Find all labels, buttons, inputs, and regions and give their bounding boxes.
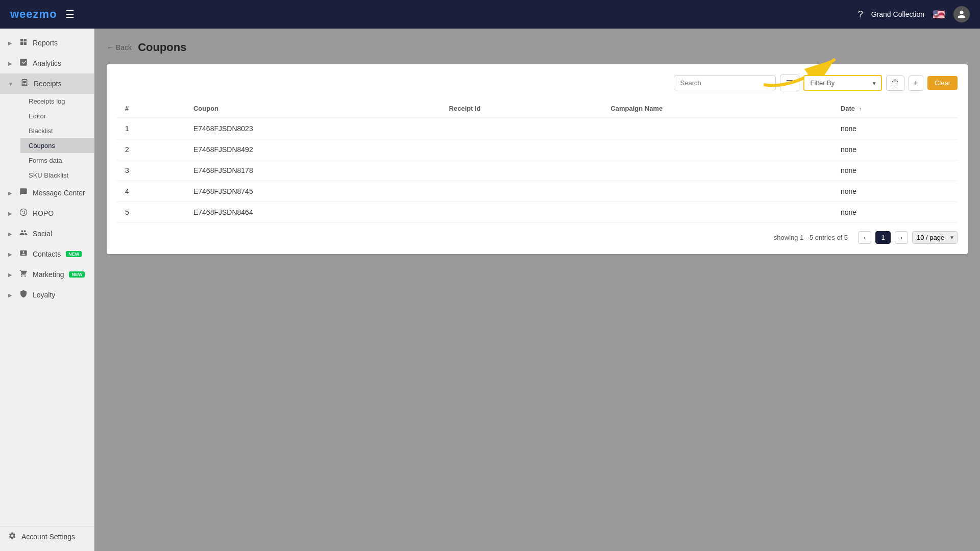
back-button[interactable]: ← Back bbox=[107, 43, 132, 52]
cell-campaign-name bbox=[602, 202, 832, 223]
sidebar-item-forms-data[interactable]: Forms data bbox=[20, 153, 94, 168]
topbar: weezmo ☰ ? Grand Collection 🇺🇸 bbox=[0, 0, 980, 29]
next-page-button[interactable]: › bbox=[895, 231, 908, 244]
filter-by-select[interactable]: Filter By Coupon Receipt Id Campaign Nam… bbox=[804, 76, 881, 90]
sidebar-item-contacts[interactable]: ▶ Contacts NEW bbox=[0, 244, 94, 264]
prev-page-button[interactable]: ‹ bbox=[858, 231, 871, 244]
per-page-select[interactable]: 10 / page 25 / page 50 / page bbox=[912, 231, 958, 244]
col-header-coupon[interactable]: Coupon bbox=[185, 99, 441, 118]
message-center-icon bbox=[19, 188, 28, 198]
table-row: 4 E7468FJSDN8745 none bbox=[117, 181, 958, 202]
receipts-label: Receipts bbox=[34, 80, 61, 88]
receipts-submenu: Receipts log Editor Blacklist Coupons Fo… bbox=[0, 94, 94, 183]
contacts-label: Contacts bbox=[33, 250, 61, 258]
cell-receipt-id bbox=[441, 181, 603, 202]
pagination-info: showing 1 - 5 entries of 5 bbox=[774, 234, 848, 241]
cell-receipt-id bbox=[441, 202, 603, 223]
sidebar-item-editor[interactable]: Editor bbox=[20, 109, 94, 123]
content-area: ← Back Coupons bbox=[94, 29, 980, 551]
receipts-icon bbox=[20, 79, 29, 89]
sidebar-item-sku-blacklist[interactable]: SKU Blacklist bbox=[20, 168, 94, 183]
cell-num: 3 bbox=[117, 160, 185, 181]
table-body: 1 E7468FJSDN8023 none 2 E7468FJSDN8492 n… bbox=[117, 118, 958, 223]
col-header-campaign-name[interactable]: Campaign Name bbox=[602, 99, 832, 118]
user-avatar[interactable] bbox=[953, 6, 970, 22]
sidebar-item-message-center[interactable]: ▶ Message Center bbox=[0, 183, 94, 203]
sidebar-item-analytics[interactable]: ▶ Analytics bbox=[0, 53, 94, 73]
cell-campaign-name bbox=[602, 160, 832, 181]
cell-num: 4 bbox=[117, 181, 185, 202]
help-icon[interactable]: ? bbox=[858, 9, 863, 20]
svg-point-1 bbox=[20, 209, 27, 215]
per-page-wrapper: 10 / page 25 / page 50 / page ▼ bbox=[912, 231, 958, 244]
contacts-arrow: ▶ bbox=[8, 252, 12, 257]
main-layout: ▶ Reports ▶ Analytics ▼ Receipts Recei bbox=[0, 29, 980, 551]
cell-num: 2 bbox=[117, 139, 185, 160]
col-header-date[interactable]: Date ↑ bbox=[832, 99, 958, 118]
cell-coupon: E7468FJSDN8178 bbox=[185, 160, 441, 181]
reports-arrow: ▶ bbox=[8, 40, 12, 46]
back-label: Back bbox=[116, 43, 132, 52]
flag-icon: 🇺🇸 bbox=[933, 8, 945, 20]
brand-name: Grand Collection bbox=[871, 10, 924, 18]
cell-date: none bbox=[832, 181, 958, 202]
current-page-button[interactable]: 1 bbox=[875, 231, 890, 244]
search-input[interactable] bbox=[674, 76, 776, 90]
social-icon bbox=[19, 229, 28, 239]
table-header: # Coupon Receipt Id Campaign Name Date bbox=[117, 99, 958, 118]
table-row: 2 E7468FJSDN8492 none bbox=[117, 139, 958, 160]
page-header: ← Back Coupons bbox=[107, 41, 968, 54]
cell-date: none bbox=[832, 202, 958, 223]
add-button[interactable]: + bbox=[909, 76, 923, 91]
social-label: Social bbox=[33, 230, 52, 238]
logo: weezmo bbox=[10, 8, 57, 21]
analytics-label: Analytics bbox=[33, 59, 61, 67]
sidebar-spacer bbox=[0, 305, 94, 526]
cell-campaign-name bbox=[602, 118, 832, 139]
page-title: Coupons bbox=[138, 41, 186, 54]
loyalty-icon bbox=[19, 290, 28, 300]
hamburger-icon[interactable]: ☰ bbox=[65, 8, 75, 20]
cell-campaign-name bbox=[602, 139, 832, 160]
clear-button[interactable]: Clear bbox=[927, 76, 958, 90]
social-arrow: ▶ bbox=[8, 231, 12, 237]
contacts-badge: NEW bbox=[66, 251, 82, 257]
cell-campaign-name bbox=[602, 181, 832, 202]
coupons-table: # Coupon Receipt Id Campaign Name Date bbox=[117, 99, 958, 223]
cell-receipt-id bbox=[441, 139, 603, 160]
reports-icon bbox=[19, 38, 28, 48]
sidebar-item-account-settings[interactable]: Account Settings bbox=[0, 526, 94, 547]
analytics-icon bbox=[19, 58, 28, 68]
date-sort-icon: ↑ bbox=[859, 106, 862, 112]
sidebar-item-reports[interactable]: ▶ Reports bbox=[0, 33, 94, 53]
loyalty-label: Loyalty bbox=[33, 291, 55, 299]
sidebar-item-social[interactable]: ▶ Social bbox=[0, 223, 94, 244]
sidebar-item-blacklist[interactable]: Blacklist bbox=[20, 123, 94, 138]
account-settings-icon bbox=[8, 532, 16, 542]
table-row: 5 E7468FJSDN8464 none bbox=[117, 202, 958, 223]
loyalty-arrow: ▶ bbox=[8, 292, 12, 298]
delete-button[interactable]: 🗑 bbox=[886, 76, 904, 91]
sidebar-item-marketing[interactable]: ▶ Marketing NEW bbox=[0, 264, 94, 285]
cell-num: 5 bbox=[117, 202, 185, 223]
table-row: 3 E7468FJSDN8178 none bbox=[117, 160, 958, 181]
contacts-icon bbox=[19, 249, 28, 259]
sidebar-item-receipts-log[interactable]: Receipts log bbox=[20, 94, 94, 109]
reports-label: Reports bbox=[33, 39, 58, 47]
filter-columns-button[interactable] bbox=[780, 74, 799, 91]
sidebar-item-receipts[interactable]: ▼ Receipts bbox=[0, 73, 94, 94]
col-header-receipt-id[interactable]: Receipt Id bbox=[441, 99, 603, 118]
sidebar-item-coupons[interactable]: Coupons bbox=[20, 138, 94, 153]
cell-date: none bbox=[832, 139, 958, 160]
ropo-icon bbox=[19, 208, 28, 218]
cell-date: none bbox=[832, 118, 958, 139]
filter-by-wrapper: Filter By Coupon Receipt Id Campaign Nam… bbox=[803, 75, 882, 91]
message-center-arrow: ▶ bbox=[8, 190, 12, 196]
account-settings-label: Account Settings bbox=[21, 533, 75, 541]
topbar-right: ? Grand Collection 🇺🇸 bbox=[858, 6, 970, 22]
sidebar-item-ropo[interactable]: ▶ ROPO bbox=[0, 203, 94, 223]
marketing-label: Marketing bbox=[33, 270, 64, 279]
cell-coupon: E7468FJSDN8745 bbox=[185, 181, 441, 202]
analytics-arrow: ▶ bbox=[8, 61, 12, 66]
sidebar-item-loyalty[interactable]: ▶ Loyalty bbox=[0, 285, 94, 305]
